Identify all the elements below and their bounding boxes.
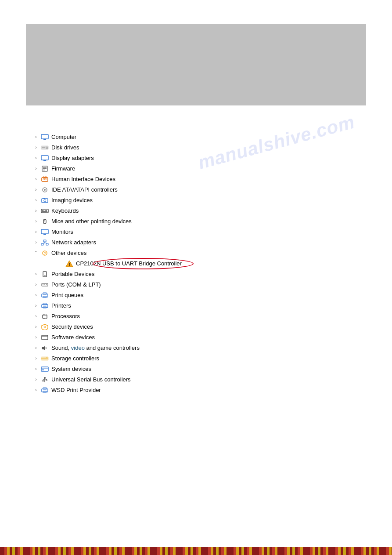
device-label: Security devices	[51, 323, 93, 331]
device-label: Storage controllers	[51, 354, 99, 363]
usb-icon	[40, 376, 49, 383]
device-label: WSD Print Provider	[51, 386, 101, 395]
list-item[interactable]: › IDE ATA/ATAPI controllers	[33, 185, 392, 195]
bottom-decorative-bar	[0, 547, 392, 555]
list-item[interactable]: › Universal Serial Bus controllers	[33, 374, 392, 385]
ide-icon	[40, 186, 49, 193]
device-label: Display adapters	[51, 154, 94, 163]
expand-arrow: ›	[33, 208, 39, 214]
svg-rect-20	[42, 199, 48, 203]
keyboards-icon	[40, 207, 49, 214]
svg-rect-12	[43, 170, 45, 170]
svg-text:?: ?	[43, 251, 46, 256]
expand-arrow: ˅	[33, 250, 39, 256]
expand-arrow: ›	[33, 134, 39, 140]
expand-arrow: ›	[33, 377, 39, 383]
svg-rect-74	[42, 369, 44, 370]
svg-point-19	[44, 189, 46, 191]
print-queues-icon	[40, 292, 49, 299]
svg-rect-23	[41, 209, 48, 213]
mice-icon	[40, 218, 49, 225]
device-label: Human Interface Devices	[51, 175, 115, 184]
list-item[interactable]: › Mice and other pointing devices	[33, 216, 392, 227]
svg-rect-2	[43, 139, 47, 139]
expand-arrow: ›	[33, 229, 39, 235]
imaging-icon	[40, 197, 49, 204]
svg-rect-28	[42, 211, 47, 212]
svg-rect-11	[43, 168, 47, 169]
other-devices-icon: ?	[40, 250, 49, 257]
computer-icon	[40, 134, 49, 141]
list-item[interactable]: › Storage controllers	[33, 353, 392, 364]
device-label: Printers	[51, 301, 71, 310]
device-label: Processors	[51, 312, 80, 321]
svg-rect-36	[46, 243, 48, 245]
expand-arrow: ›	[33, 334, 39, 341]
expand-arrow: ›	[33, 187, 39, 193]
list-item[interactable]: › WSD Print Provider	[33, 385, 392, 395]
svg-rect-32	[43, 234, 46, 235]
list-item[interactable]: › Security devices	[33, 322, 392, 332]
processors-icon	[40, 313, 49, 320]
cp2102n-item[interactable]: ! CP2102N USB to UART Bridge Controller	[45, 258, 392, 269]
list-item[interactable]: › Ports (COM & LPT)	[33, 279, 392, 290]
expand-arrow: ›	[33, 197, 39, 203]
svg-point-80	[46, 380, 47, 381]
monitors-icon	[40, 229, 49, 236]
expand-arrow: ›	[33, 313, 39, 319]
top-image-area	[26, 24, 366, 105]
device-label: Firmware	[51, 164, 75, 173]
svg-point-21	[44, 200, 46, 202]
svg-rect-34	[43, 240, 46, 242]
expand-arrow: ›	[33, 176, 39, 182]
device-label: Network adapters	[51, 238, 96, 247]
list-item[interactable]: › Portable Devices	[33, 269, 392, 279]
expand-arrow: ›	[33, 292, 39, 298]
svg-rect-27	[46, 210, 47, 211]
list-item[interactable]: ˅ ? Other devices	[33, 248, 392, 258]
cp2102n-icon: !	[65, 260, 74, 267]
list-item[interactable]: › Computer	[33, 132, 392, 142]
svg-rect-24	[42, 210, 43, 211]
device-manager-list: › Computer › Disk drives › Display adapt…	[33, 132, 392, 395]
list-item[interactable]: › Firmware	[33, 163, 392, 174]
device-label: Keyboards	[51, 207, 79, 215]
list-item[interactable]: › Disk drives	[33, 142, 392, 153]
list-item[interactable]: › Print queues	[33, 290, 392, 301]
expand-arrow: ›	[33, 345, 39, 351]
svg-rect-79	[42, 380, 44, 381]
svg-rect-45	[44, 276, 46, 276]
portable-icon	[40, 271, 49, 278]
list-item[interactable]: › Display adapters	[33, 153, 392, 163]
list-item[interactable]: › Sound, video and game controllers	[33, 343, 392, 353]
list-item[interactable]: › Network adapters	[33, 237, 392, 248]
device-label: Other devices	[51, 249, 86, 258]
security-icon	[40, 323, 49, 330]
list-item[interactable]: › Printers	[33, 301, 392, 311]
network-icon	[40, 239, 49, 246]
list-item[interactable]: › System devices	[33, 364, 392, 374]
expand-arrow: ›	[33, 166, 39, 172]
svg-point-48	[44, 284, 45, 285]
list-item[interactable]: › Imaging devices	[33, 195, 392, 206]
device-label: Computer	[51, 133, 76, 141]
expand-arrow: ›	[33, 271, 39, 277]
svg-rect-70	[41, 358, 48, 359]
list-item[interactable]: › Processors	[33, 311, 392, 322]
list-item[interactable]: › Human Interface Devices	[33, 174, 392, 185]
svg-rect-33	[43, 234, 47, 234]
svg-point-71	[47, 357, 47, 358]
list-item[interactable]: › Keyboards	[33, 206, 392, 216]
disk-drives-icon	[40, 144, 49, 151]
expand-arrow: ›	[33, 355, 39, 362]
hid-icon	[40, 176, 49, 183]
device-label: System devices	[51, 365, 91, 374]
svg-rect-22	[43, 198, 45, 200]
device-label: Mice and other pointing devices	[51, 217, 132, 226]
device-label: Ports (COM & LPT)	[51, 280, 101, 289]
expand-arrow: ›	[33, 303, 39, 309]
ports-icon	[40, 281, 49, 288]
display-adapters-icon	[40, 155, 49, 162]
list-item[interactable]: › Software devices	[33, 332, 392, 343]
list-item[interactable]: › Monitors	[33, 227, 392, 237]
